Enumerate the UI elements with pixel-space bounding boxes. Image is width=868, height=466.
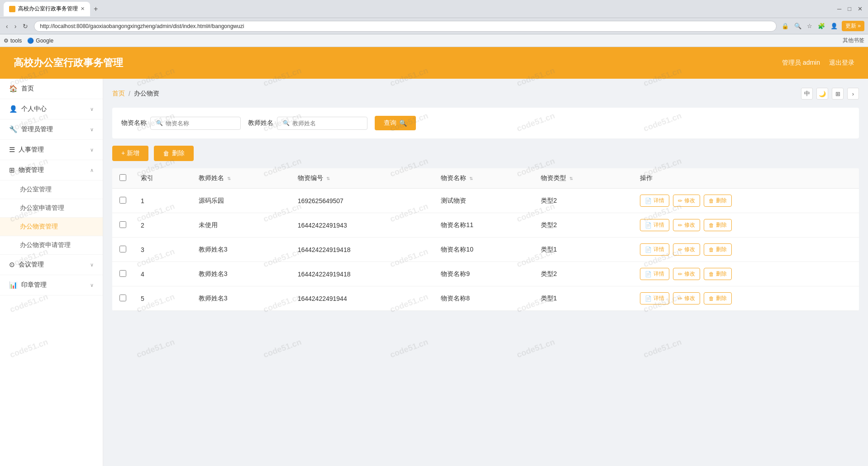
update-btn[interactable]: 更新 » bbox=[842, 21, 864, 31]
edit-btn-0[interactable]: ✏ 修改 bbox=[673, 195, 700, 207]
search-bar: 物资名称 🔍 教师姓名 🔍 查询 🔍 bbox=[112, 108, 859, 138]
sidebar-sub-supplies-apply[interactable]: 办公物资申请管理 bbox=[0, 236, 103, 255]
row-checkbox-4[interactable] bbox=[119, 295, 126, 301]
home-icon: 🏠 bbox=[9, 85, 18, 93]
search-btn-label: 查询 bbox=[384, 119, 396, 127]
edit-btn-1[interactable]: ✏ 修改 bbox=[673, 219, 700, 231]
th-name[interactable]: 物资名称 ⇅ bbox=[434, 168, 533, 189]
th-actions: 操作 bbox=[633, 168, 859, 189]
logout-btn[interactable]: 退出登录 bbox=[829, 59, 854, 67]
table-header-row: 索引 教师姓名 ⇅ 物资编号 ⇅ 物资名称 bbox=[112, 168, 859, 189]
row-delete-icon-4: 🗑 bbox=[709, 295, 714, 302]
browser-controls: ─ □ ✕ bbox=[835, 5, 864, 13]
breadcrumb-home-link[interactable]: 首页 bbox=[112, 90, 125, 98]
edit-btn-2[interactable]: ✏ 修改 bbox=[673, 243, 700, 256]
office-mgmt-label: 办公室管理 bbox=[20, 185, 52, 194]
sidebar-item-meeting[interactable]: ⊙ 会议管理 ∨ bbox=[0, 255, 103, 275]
detail-icon-3: 📄 bbox=[645, 271, 652, 277]
forward-btn[interactable]: › bbox=[12, 22, 19, 31]
cell-actions-4: 📄 详情 ✏ 修改 🗑 删除 bbox=[633, 286, 859, 311]
app-title: 高校办公室行政事务管理 bbox=[14, 56, 123, 70]
tab-close-btn[interactable]: ✕ bbox=[81, 6, 85, 12]
search-button[interactable]: 查询 🔍 bbox=[375, 116, 416, 130]
sidebar-item-personal[interactable]: 👤 个人中心 ∨ bbox=[0, 99, 103, 119]
active-tab[interactable]: 高校办公室行政事务管理 ✕ bbox=[4, 2, 90, 16]
supplies-name-label: 物资名称 bbox=[121, 119, 147, 127]
cell-name-0: 测试物资 bbox=[434, 189, 533, 213]
other-bookmarks[interactable]: 其他书签 bbox=[843, 37, 864, 44]
cell-teacher-3: 教师姓名3 bbox=[191, 262, 291, 286]
breadcrumb: 首页 / 办公物资 中 🌙 ⊞ › bbox=[112, 88, 859, 100]
th-index: 索引 bbox=[134, 168, 191, 189]
delete-label: 删除 bbox=[172, 149, 185, 157]
teacher-name-input[interactable] bbox=[292, 120, 362, 127]
bookmarks-bar: ⚙ tools 🔵 Google 其他书签 bbox=[0, 34, 868, 47]
address-input[interactable] bbox=[40, 23, 771, 29]
app: 高校办公室行政事务管理 管理员 admin 退出登录 🏠 首页 👤 个人中心 ∨… bbox=[0, 47, 868, 466]
supplies-name-input[interactable] bbox=[166, 120, 235, 127]
back-btn[interactable]: ‹ bbox=[4, 22, 10, 31]
row-delete-btn-1[interactable]: 🗑 删除 bbox=[704, 219, 732, 231]
cell-teacher-1: 未使用 bbox=[191, 213, 291, 238]
row-checkbox-1[interactable] bbox=[119, 221, 126, 228]
sidebar-sub-office-supplies[interactable]: 办公物资管理 bbox=[0, 218, 103, 236]
office-supplies-label: 办公物资管理 bbox=[20, 223, 58, 231]
profile-icon[interactable]: 👤 bbox=[829, 21, 839, 31]
row-delete-icon-1: 🗑 bbox=[709, 222, 714, 228]
edit-icon-1: ✏ bbox=[678, 222, 682, 228]
th-code[interactable]: 物资编号 ⇅ bbox=[291, 168, 434, 189]
close-btn[interactable]: ✕ bbox=[856, 5, 864, 13]
detail-btn-2[interactable]: 📄 详情 bbox=[640, 243, 669, 256]
add-button[interactable]: + 新增 bbox=[112, 146, 148, 161]
bookmark-tools[interactable]: ⚙ tools bbox=[4, 38, 22, 44]
row-delete-btn-4[interactable]: 🗑 删除 bbox=[704, 292, 732, 304]
breadcrumb-layout-icon[interactable]: ⊞ bbox=[832, 88, 844, 100]
browser-chrome: 高校办公室行政事务管理 ✕ + ─ □ ✕ bbox=[0, 0, 868, 18]
breadcrumb-next-icon[interactable]: › bbox=[847, 88, 859, 100]
star-icon[interactable]: ☆ bbox=[806, 21, 814, 31]
bookmark-google[interactable]: 🔵 Google bbox=[27, 38, 53, 44]
sidebar-item-admin[interactable]: 🔧 管理员管理 ∨ bbox=[0, 119, 103, 140]
sidebar-sub-office-apply[interactable]: 办公室申请管理 bbox=[0, 199, 103, 218]
th-type[interactable]: 物资类型 ⇅ bbox=[534, 168, 633, 189]
teacher-name-input-wrapper: 🔍 bbox=[277, 117, 367, 130]
edit-btn-4[interactable]: ✏ 修改 bbox=[673, 292, 700, 304]
detail-btn-1[interactable]: 📄 详情 bbox=[640, 219, 669, 231]
select-all-checkbox[interactable] bbox=[119, 174, 126, 181]
row-delete-btn-2[interactable]: 🗑 删除 bbox=[704, 243, 732, 256]
sidebar-item-supplies[interactable]: ⊞ 物资管理 ∧ bbox=[0, 160, 103, 181]
breadcrumb-dark-icon[interactable]: 🌙 bbox=[816, 88, 828, 100]
search-field-teacher: 教师姓名 🔍 bbox=[248, 117, 367, 130]
print-arrow-icon: ∨ bbox=[90, 282, 94, 288]
new-tab-btn[interactable]: + bbox=[92, 3, 100, 15]
detail-btn-3[interactable]: 📄 详情 bbox=[640, 268, 669, 280]
maximize-btn[interactable]: □ bbox=[846, 5, 853, 13]
sidebar-item-home[interactable]: 🏠 首页 bbox=[0, 79, 103, 99]
breadcrumb-zh-icon[interactable]: 中 bbox=[801, 88, 813, 100]
supplies-arrow-icon: ∧ bbox=[90, 167, 94, 173]
refresh-btn[interactable]: ↻ bbox=[20, 22, 30, 31]
minimize-btn[interactable]: ─ bbox=[835, 5, 843, 13]
sidebar-item-hr[interactable]: ☰ 人事管理 ∨ bbox=[0, 140, 103, 160]
detail-icon-0: 📄 bbox=[645, 198, 652, 204]
detail-btn-0[interactable]: 📄 详情 bbox=[640, 195, 669, 207]
row-checkbox-2[interactable] bbox=[119, 246, 126, 252]
delete-icon: 🗑 bbox=[163, 150, 169, 157]
extension-icon[interactable]: 🧩 bbox=[816, 21, 826, 31]
cell-code-4: 16442422491944 bbox=[291, 286, 434, 311]
hr-icon: ☰ bbox=[9, 146, 15, 154]
row-checkbox-0[interactable] bbox=[119, 197, 126, 204]
address-bar[interactable] bbox=[34, 21, 777, 32]
row-delete-btn-3[interactable]: 🗑 删除 bbox=[704, 268, 732, 280]
row-delete-btn-0[interactable]: 🗑 删除 bbox=[704, 195, 732, 207]
sidebar-sub-office-mgmt[interactable]: 办公室管理 bbox=[0, 181, 103, 199]
cell-checkbox-4 bbox=[112, 286, 134, 311]
admin-icon: 🔧 bbox=[9, 125, 18, 133]
th-teacher[interactable]: 教师姓名 ⇅ bbox=[191, 168, 291, 189]
batch-delete-button[interactable]: 🗑 删除 bbox=[154, 146, 194, 161]
edit-btn-3[interactable]: ✏ 修改 bbox=[673, 268, 700, 280]
breadcrumb-current: 办公物资 bbox=[134, 90, 159, 98]
row-checkbox-3[interactable] bbox=[119, 270, 126, 277]
sidebar-item-print[interactable]: 📊 印章管理 ∨ bbox=[0, 275, 103, 295]
detail-btn-4[interactable]: 📄 详情 bbox=[640, 292, 669, 304]
